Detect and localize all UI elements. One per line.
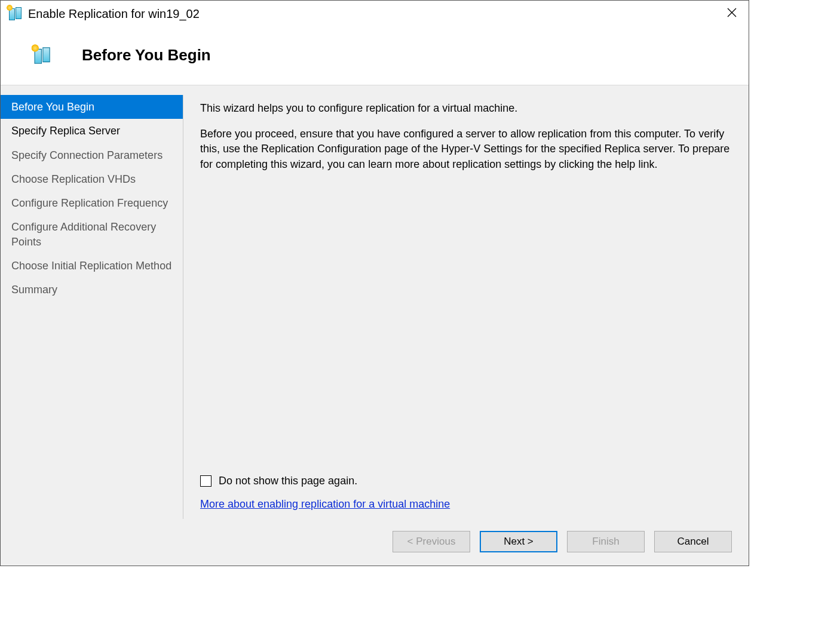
previous-button: < Previous xyxy=(393,531,470,552)
close-icon[interactable] xyxy=(721,7,743,21)
sidebar-item-choose-replication-vhds[interactable]: Choose Replication VHDs xyxy=(1,167,183,191)
sidebar-item-configure-additional-recovery-points[interactable]: Configure Additional Recovery Points xyxy=(1,215,183,254)
wizard-page-content: This wizard helps you to configure repli… xyxy=(183,95,749,519)
finish-button: Finish xyxy=(567,531,645,552)
cancel-button[interactable]: Cancel xyxy=(654,531,732,552)
sidebar-item-choose-initial-replication-method[interactable]: Choose Initial Replication Method xyxy=(1,254,183,278)
do-not-show-again-row: Do not show this page again. xyxy=(200,474,735,488)
wizard-steps-sidebar: Before You Begin Specify Replica Server … xyxy=(1,95,183,519)
wizard-header: Before You Begin xyxy=(1,26,749,85)
sidebar-item-configure-replication-frequency[interactable]: Configure Replication Frequency xyxy=(1,191,183,215)
sidebar-item-before-you-begin[interactable]: Before You Begin xyxy=(1,95,183,119)
sidebar-item-summary[interactable]: Summary xyxy=(1,278,183,302)
intro-paragraph-1: This wizard helps you to configure repli… xyxy=(200,101,735,116)
sidebar-item-specify-connection-parameters[interactable]: Specify Connection Parameters xyxy=(1,143,183,167)
intro-paragraph-2: Before you proceed, ensure that you have… xyxy=(200,127,735,172)
sidebar-item-specify-replica-server[interactable]: Specify Replica Server xyxy=(1,119,183,143)
do-not-show-again-label: Do not show this page again. xyxy=(219,474,357,488)
replication-servers-icon xyxy=(8,6,23,21)
do-not-show-again-checkbox[interactable] xyxy=(200,475,211,487)
help-link[interactable]: More about enabling replication for a vi… xyxy=(200,497,735,512)
window-title: Enable Replication for win19_02 xyxy=(28,7,721,21)
wizard-body: Before You Begin Specify Replica Server … xyxy=(1,85,749,566)
next-button[interactable]: Next > xyxy=(480,531,557,552)
titlebar: Enable Replication for win19_02 xyxy=(1,1,749,26)
replication-servers-icon xyxy=(33,45,53,65)
wizard-button-bar: < Previous Next > Finish Cancel xyxy=(1,519,749,566)
page-title: Before You Begin xyxy=(82,46,211,64)
